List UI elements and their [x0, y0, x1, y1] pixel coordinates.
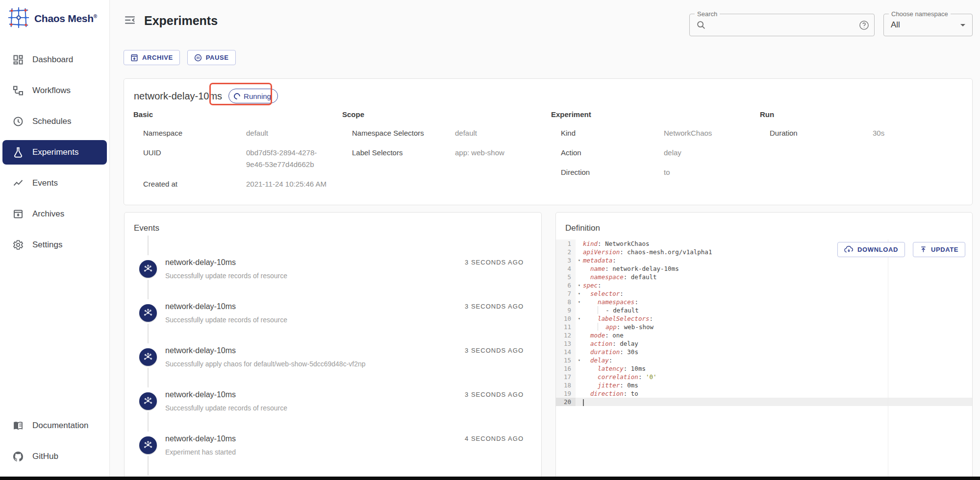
- detail-value: 30s: [873, 127, 884, 139]
- detail-value: NetworkChaos: [664, 127, 712, 139]
- detail-label: Direction: [561, 167, 664, 178]
- definition-card: Definition 1kind: NetworkChaos2apiVersio…: [555, 212, 973, 480]
- chaos-mesh-logo-icon: [7, 6, 30, 31]
- line-number: 6: [556, 281, 576, 289]
- detail-label: Kind: [561, 127, 664, 139]
- code-text: labelSelectors:: [583, 314, 972, 323]
- fold-spacer: [576, 306, 583, 314]
- line-number: 14: [556, 348, 576, 356]
- line-number: 4: [556, 264, 576, 273]
- code-text: mode: one: [583, 331, 972, 339]
- line-number: 9: [556, 306, 576, 314]
- detail-value: 0bd7d5f3-2894-4278-9e46-53e77d4d662b: [246, 147, 332, 170]
- network-chaos-icon: [139, 304, 157, 322]
- section-basic: BasicNamespacedefaultUUID0bd7d5f3-2894-4…: [133, 110, 342, 198]
- code-line: 5 namespace: default: [556, 273, 972, 281]
- fold-arrow-icon[interactable]: ▾: [576, 289, 583, 298]
- fold-arrow-icon[interactable]: ▾: [576, 356, 583, 364]
- detail-label: Action: [561, 147, 664, 159]
- detail-label: UUID: [143, 147, 246, 170]
- event-item: network-delay-10msSuccessfully apply cha…: [131, 345, 524, 389]
- code-line: 12 mode: one: [556, 331, 972, 339]
- fold-spacer: [576, 339, 583, 348]
- editor-ruler-line: [888, 240, 888, 480]
- fold-spacer: [576, 248, 583, 256]
- fold-spacer: [576, 273, 583, 281]
- namespace-selected-value: All: [891, 20, 900, 30]
- sidebar-item-settings[interactable]: Settings: [0, 233, 109, 257]
- sidebar-item-schedules[interactable]: Schedules: [0, 109, 109, 134]
- detail-row: Label Selectorsapp: web-show: [342, 147, 551, 159]
- code-line: 15▾ delay:: [556, 356, 972, 364]
- search-input[interactable]: [710, 21, 855, 29]
- network-chaos-icon: [139, 392, 157, 410]
- workflows-icon: [12, 85, 24, 96]
- help-icon[interactable]: [859, 20, 869, 30]
- archive-button[interactable]: ARCHIVE: [124, 50, 180, 65]
- detail-value: app: web-show: [455, 147, 504, 159]
- fold-spacer: [576, 373, 583, 381]
- sidebar-item-dashboard[interactable]: Dashboard: [0, 48, 109, 72]
- network-chaos-icon: [139, 260, 157, 278]
- gear-icon: [12, 239, 24, 251]
- code-line: 11 app: web-show: [556, 323, 972, 331]
- section-experiment: ExperimentKindNetworkChaosActiondelayDir…: [551, 110, 760, 198]
- event-timestamp: 3 SECONDS AGO: [465, 347, 524, 354]
- code-line: 8▾ namespaces:: [556, 298, 972, 306]
- detail-row: Namespacedefault: [133, 127, 342, 139]
- search-field[interactable]: Search: [689, 14, 875, 36]
- section-run: RunDuration30s: [760, 110, 969, 198]
- page-title: Experiments: [144, 14, 218, 28]
- namespace-select[interactable]: Choose namespace All: [883, 14, 973, 36]
- update-button[interactable]: UPDATE: [913, 242, 965, 257]
- section-title: Scope: [342, 110, 551, 119]
- archive-box-icon: [130, 54, 138, 62]
- event-timestamp: 4 SECONDS AGO: [465, 435, 524, 442]
- fold-arrow-icon[interactable]: ▾: [576, 281, 583, 289]
- sidebar-item-experiments[interactable]: Experiments: [2, 140, 107, 165]
- yaml-editor[interactable]: 1kind: NetworkChaos2apiVersion: chaos-me…: [556, 240, 972, 480]
- pause-button[interactable]: PAUSE: [187, 50, 236, 65]
- section-title: Run: [760, 110, 969, 119]
- network-chaos-icon: [139, 436, 157, 454]
- download-button[interactable]: DOWNLOAD: [837, 242, 905, 257]
- sidebar-item-workflows[interactable]: Workflows: [0, 78, 109, 103]
- detail-value: 2021-11-24 10:25:46 AM: [246, 178, 327, 190]
- fold-arrow-icon[interactable]: ▾: [576, 298, 583, 306]
- fold-arrow-icon[interactable]: ▾: [576, 314, 583, 323]
- event-item: network-delay-10msExperiment has started…: [131, 433, 524, 478]
- sidebar-item-label: Archives: [32, 209, 64, 219]
- dashboard-icon: [12, 54, 24, 66]
- status-badge: Running: [228, 89, 278, 103]
- chaos-mesh-logo[interactable]: Chaos Mesh®: [0, 0, 109, 36]
- line-number: 16: [556, 364, 576, 373]
- sidebar-item-archives[interactable]: Archives: [0, 202, 109, 226]
- sidebar-item-label: Documentation: [32, 421, 88, 431]
- sidebar-item-github[interactable]: GitHub: [0, 444, 109, 469]
- fold-spacer: [576, 331, 583, 339]
- detail-value: delay: [664, 147, 681, 159]
- collapse-sidebar-icon[interactable]: [124, 14, 136, 26]
- code-line: 20: [556, 398, 972, 406]
- line-number: 17: [556, 373, 576, 381]
- code-line: 7▾ selector:: [556, 289, 972, 298]
- code-line: 4 name: network-delay-10ms: [556, 264, 972, 273]
- fold-arrow-icon[interactable]: ▾: [576, 256, 583, 264]
- code-text: correlation: '0': [583, 373, 972, 381]
- detail-value: to: [664, 167, 670, 178]
- sidebar-item-label: Dashboard: [32, 55, 73, 65]
- sidebar-item-events[interactable]: Events: [0, 171, 109, 195]
- fold-spacer: [576, 240, 583, 248]
- experiment-title-row: network-delay-10ms Running: [124, 79, 972, 103]
- code-text: - default: [583, 306, 972, 314]
- event-message: Successfully apply chaos for default/web…: [165, 360, 524, 368]
- network-chaos-icon: [139, 348, 157, 366]
- detail-value: default: [246, 127, 268, 139]
- detail-row: UUID0bd7d5f3-2894-4278-9e46-53e77d4d662b: [133, 147, 342, 170]
- code-text: selector:: [583, 289, 972, 298]
- sidebar-item-documentation[interactable]: Documentation: [0, 413, 109, 438]
- page-header: Experiments Search Choose namespace: [110, 0, 980, 36]
- code-text: name: network-delay-10ms: [583, 264, 972, 273]
- pause-circle-icon: [194, 54, 202, 62]
- archive-icon: [12, 208, 24, 220]
